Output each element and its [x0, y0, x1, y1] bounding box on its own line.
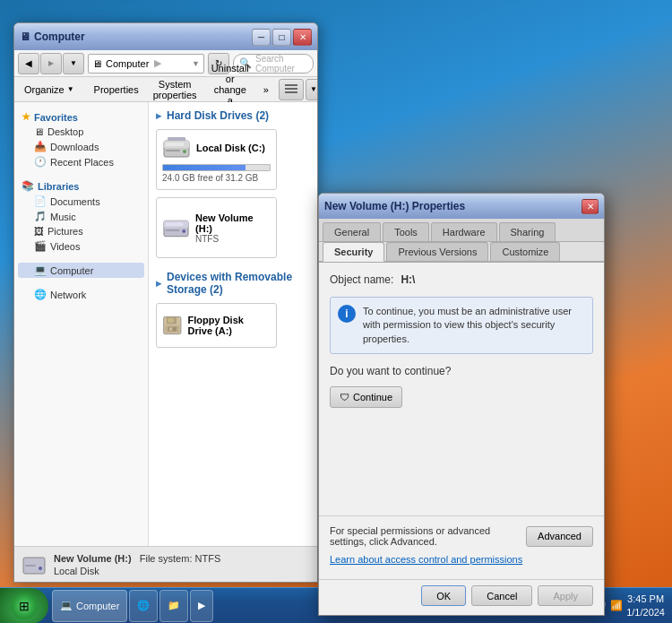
dialog-overlay: New Volume (H:) Properties ✕ General Too…	[0, 0, 672, 623]
dialog-content: Object name: H:\ i To continue, you must…	[319, 263, 604, 419]
shield-icon: 🛡	[340, 392, 349, 402]
dialog-spacer	[319, 419, 604, 508]
tab-previous-versions[interactable]: Previous Versions	[386, 242, 488, 261]
object-value: H:\	[401, 273, 415, 286]
learn-link[interactable]: Learn about access control and permissio…	[330, 554, 593, 565]
advanced-row: For special permissions or advanced sett…	[330, 525, 593, 547]
info-text: To continue, you must be an administrati…	[363, 305, 585, 346]
cancel-button[interactable]: Cancel	[471, 585, 532, 606]
dialog-close-button[interactable]: ✕	[582, 199, 599, 214]
continue-button[interactable]: 🛡 Continue	[330, 386, 402, 408]
dialog-titlebar: New Volume (H:) Properties ✕	[319, 194, 604, 219]
advanced-button[interactable]: Advanced	[526, 526, 593, 547]
tab-sharing[interactable]: Sharing	[499, 222, 556, 241]
tab-hardware[interactable]: Hardware	[431, 222, 497, 241]
dialog-title: New Volume (H:) Properties	[324, 200, 582, 212]
tab-security[interactable]: Security	[323, 242, 384, 262]
dialog-tabs: General Tools Hardware Sharing	[319, 219, 604, 242]
info-icon: i	[338, 305, 356, 323]
dialog-tabs-2: Security Previous Versions Customize	[319, 242, 604, 263]
object-label: Object name:	[330, 273, 393, 286]
advanced-text: For special permissions or advanced sett…	[330, 525, 526, 547]
tab-customize[interactable]: Customize	[490, 242, 560, 261]
tab-general[interactable]: General	[323, 222, 381, 241]
tab-tools[interactable]: Tools	[383, 222, 429, 241]
continue-question: Do you want to continue?	[330, 365, 593, 377]
apply-button[interactable]: Apply	[538, 585, 593, 606]
dialog-buttons: OK Cancel Apply	[319, 579, 604, 615]
object-name-row: Object name: H:\	[330, 273, 593, 286]
info-box: i To continue, you must be an administra…	[330, 297, 593, 354]
properties-dialog: New Volume (H:) Properties ✕ General Too…	[318, 193, 605, 616]
ok-button[interactable]: OK	[421, 585, 466, 606]
dialog-bottom: For special permissions or advanced sett…	[319, 515, 604, 579]
